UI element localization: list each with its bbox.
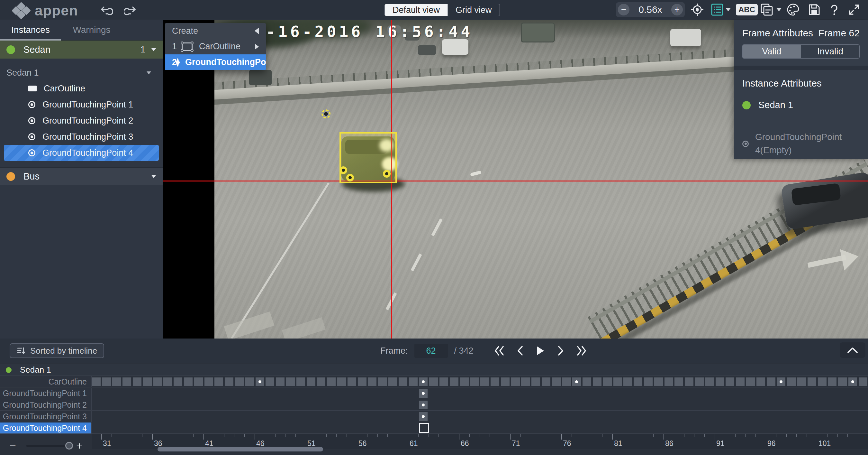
ground-touching-point-1[interactable] (340, 166, 347, 174)
keyframe-cell[interactable] (716, 377, 724, 386)
keyframe-cell[interactable] (163, 377, 172, 386)
chevron-down-icon[interactable] (147, 72, 151, 74)
keyframe-cell[interactable] (205, 377, 213, 386)
timeline-row-label[interactable]: GroundTouchingPoint 2 (0, 399, 92, 410)
keyframe-cell[interactable] (521, 377, 530, 386)
slider-knob[interactable] (65, 442, 73, 450)
pending-point-marker[interactable] (321, 109, 331, 118)
previous-frame-button[interactable] (513, 344, 527, 358)
keyframe-cell[interactable] (378, 377, 387, 386)
keyframe-track[interactable] (92, 399, 868, 410)
timeline-row-label[interactable]: GroundTouchingPoint 1 (0, 388, 92, 399)
keyframe-cell[interactable] (327, 377, 336, 386)
keyframe-cell[interactable] (358, 377, 367, 386)
timeline-row-label-selected[interactable]: GroundTouchingPoint 4 (0, 423, 92, 433)
instance-attribute-row[interactable]: Sedan 1 (742, 100, 860, 110)
next-frame-button[interactable] (554, 344, 568, 358)
keyframe-cell[interactable] (859, 377, 867, 386)
keyframe-cell[interactable] (255, 377, 264, 386)
keyframe-cell[interactable] (266, 377, 274, 386)
keyframe-cell[interactable] (828, 377, 837, 386)
keyframe-cell[interactable] (511, 377, 520, 386)
instance-row-sedan-1[interactable]: Sedan 1 (0, 65, 163, 81)
last-frame-button[interactable] (575, 344, 589, 358)
keyframe-cell[interactable] (429, 377, 438, 386)
palette-icon[interactable] (786, 3, 801, 16)
keyframe-cell[interactable] (542, 377, 550, 386)
create-menu-header[interactable]: Create (165, 23, 266, 38)
keyframe-cell[interactable] (695, 377, 704, 386)
keyframe-cell[interactable] (572, 377, 581, 386)
keyframe-cell[interactable] (797, 377, 806, 386)
keyframe-cell[interactable] (92, 377, 101, 386)
text-annotation-icon[interactable]: ABC (736, 3, 758, 16)
keyframe-cell[interactable] (818, 377, 827, 386)
keyframe-cell[interactable] (501, 377, 509, 386)
zoom-in-button[interactable]: + (671, 4, 683, 16)
timeline-row-label[interactable]: CarOutline (0, 376, 92, 387)
play-button[interactable] (533, 344, 548, 358)
keyframe-cell[interactable] (368, 377, 376, 386)
keyframe-cell[interactable] (419, 377, 428, 386)
keyframe-cell[interactable] (675, 377, 683, 386)
keyframe-cell[interactable] (123, 377, 131, 386)
label-list-caret-icon[interactable] (724, 3, 732, 16)
group-row-bus[interactable]: Bus (0, 167, 163, 186)
tab-instances[interactable]: Instances (0, 20, 61, 40)
tab-warnings[interactable]: Warnings (61, 20, 122, 40)
keyframe-cell[interactable] (235, 377, 244, 386)
keyframe-track[interactable] (92, 388, 868, 399)
keyframe-cell[interactable] (736, 377, 745, 386)
timeline-row-label[interactable]: GroundTouchingPoint 3 (0, 411, 92, 422)
keyframe-cell[interactable] (613, 377, 622, 386)
keyframe-cell[interactable] (583, 377, 591, 386)
keyframe-cell[interactable] (297, 377, 305, 386)
keyframe-cell[interactable] (838, 377, 847, 386)
keyframe-track[interactable] (92, 411, 868, 422)
ground-touching-point-2[interactable] (346, 174, 354, 181)
keyframe-cell[interactable] (531, 377, 540, 386)
keyframe-cell[interactable] (480, 377, 489, 386)
keyframe-cell[interactable] (389, 377, 397, 386)
keyframe-cell[interactable] (419, 401, 428, 409)
keyframe-cell[interactable] (777, 377, 785, 386)
first-frame-button[interactable] (492, 344, 506, 358)
timeline-zoom-out[interactable]: − (10, 439, 22, 452)
keyframe-cell[interactable] (194, 377, 203, 386)
chevron-down-icon[interactable] (151, 175, 156, 178)
keyframe-cell[interactable] (409, 377, 417, 386)
sort-by-timeline-button[interactable]: Sorted by timeline (10, 343, 104, 358)
shape-item-gtp2[interactable]: GroundTouchingPoint 2 (0, 113, 163, 129)
menu-item-groundtouchingpoint[interactable]: 2 GroundTouchingPoint (165, 54, 266, 70)
valid-button[interactable]: Valid (743, 45, 801, 58)
shape-item-gtp1[interactable]: GroundTouchingPoint 1 (0, 96, 163, 113)
keyframe-cell[interactable] (347, 377, 356, 386)
keyframe-cell[interactable] (664, 377, 673, 386)
default-view-button[interactable]: Default view (385, 4, 447, 16)
keyframe-cell[interactable] (245, 377, 254, 386)
shape-item-gtp3[interactable]: GroundTouchingPoint 3 (0, 129, 163, 145)
redo-icon[interactable] (123, 3, 137, 16)
save-icon[interactable] (807, 3, 822, 16)
keyframe-cell[interactable] (644, 377, 653, 386)
slider-track[interactable] (26, 445, 72, 447)
label-list-icon[interactable] (710, 3, 724, 16)
keyframe-cell[interactable] (705, 377, 714, 386)
keyframe-cell[interactable] (756, 377, 765, 386)
keyframe-cell[interactable] (623, 377, 632, 386)
keyframe-cell[interactable] (552, 377, 561, 386)
frame-number-input[interactable] (414, 344, 448, 358)
keyframe-cell[interactable] (143, 377, 152, 386)
copy-frames-icon[interactable] (760, 3, 774, 16)
invalid-button[interactable]: Invalid (801, 45, 859, 58)
grid-view-button[interactable]: Grid view (447, 4, 500, 16)
group-row-sedan[interactable]: Sedan 1 (0, 40, 163, 59)
ground-touching-point-3[interactable] (383, 170, 391, 178)
shape-item-caroutline[interactable]: CarOutline (0, 81, 163, 96)
keyframe-cell[interactable] (848, 377, 857, 386)
selected-shape-row[interactable]: GroundTouchingPoint 4(Empty) (742, 131, 860, 157)
keyframe-cell[interactable] (214, 377, 223, 386)
keyframe-cell[interactable] (102, 377, 111, 386)
keyframe-cell[interactable] (460, 377, 469, 386)
help-icon[interactable] (827, 3, 842, 16)
